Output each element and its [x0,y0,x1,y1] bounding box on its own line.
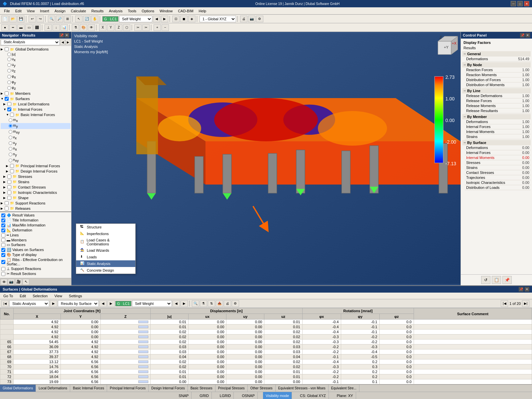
tree-ux-radio[interactable] [7,58,11,61]
tb2-cut-x[interactable]: ✂ [134,24,142,31]
tree-mxy-radio[interactable] [9,130,12,134]
tree-internal-forces-check[interactable] [7,107,11,111]
dd-loads[interactable]: ⬇ Loads [76,254,135,260]
tree-mx[interactable]: mx [1,117,70,123]
menu-tools[interactable]: Tools [125,8,139,14]
status-cs-global[interactable]: CS: Global XYZ [297,392,329,399]
tb-save[interactable]: 💾 [17,16,25,22]
tb-fit[interactable]: ⊞ [64,16,71,22]
bp-tb-next-lc[interactable]: ▶ [181,300,188,307]
tb-select[interactable]: ↖ [75,16,82,22]
tree-releases[interactable]: ▶ 📁 Releases [1,206,70,211]
cp-group-by-line[interactable]: −By Line [462,88,531,93]
tree-internal-forces[interactable]: ▼ 📁 Internal Forces [1,107,70,112]
tree-strains[interactable]: ▶ 📁 Strains [1,179,70,185]
nav-footer-camera[interactable]: 📷 [8,279,15,285]
tree-surfaces[interactable]: ▼ 📁 Surfaces [1,96,70,101]
tree-stresses[interactable]: ▶ 📁 Stresses [1,174,70,179]
dd-static-analysis[interactable]: 📊 Static Analysis [76,260,135,267]
cp-member-internal-forces-row[interactable]: Internal Forces 1.00 [465,124,531,129]
menu-cadbim[interactable]: CAD-BIM [175,8,196,14]
bp-analysis-dropdown[interactable]: Static Analysis [9,300,49,307]
tree-principal-int-check[interactable] [10,164,14,168]
tree-vx[interactable]: vx [1,135,70,140]
tb2-visibility[interactable]: 👁 [88,24,95,31]
tb-next-lc[interactable]: ▶ [161,16,168,22]
tree-nx-radio[interactable] [9,147,12,151]
dd-concrete-design[interactable]: 🔨 Concrete Design [76,267,135,274]
menu-view[interactable]: View [24,8,38,14]
status-snap[interactable]: SNAP [176,392,192,399]
tb2-line[interactable]: ━ [9,24,17,31]
tree-local-def-check[interactable] [7,102,11,106]
tb-zoom-in[interactable]: 🔍 [48,16,55,22]
bp-tb-sort[interactable]: ⇅ [208,300,215,307]
tb-zoom-out[interactable]: 🔎 [56,16,63,22]
tree-my[interactable]: my [1,123,70,129]
tree-support-reactions[interactable]: ▶ 📁 Support Reactions [1,200,70,206]
table-row[interactable]: 4.92 0.00 0.02 0.00 0.00 0.02 -0.4 -0.1 … [0,330,532,334]
nav-bottom-result-sections[interactable]: ✂ Result Sections [1,271,70,276]
status-visibility-mode[interactable]: Visibility mode [263,392,292,399]
cp-surf-deformations-row[interactable]: Deformations 0.00 [465,145,531,150]
menu-window[interactable]: Window [157,8,175,14]
tree-u-abs-radio[interactable] [7,53,11,56]
cp-surf-isotropic-row[interactable]: Isotropic Characteristics 0.00 [465,180,531,185]
cp-surf-stresses-row[interactable]: Stresses 0.00 [465,160,531,165]
tb-redo[interactable]: ↪ [37,16,44,22]
cp-member-strains-row[interactable]: Strains 1.00 [465,134,531,139]
tree-contact-check[interactable] [7,185,11,189]
cp-reaction-moments-row[interactable]: Reaction Moments 1.00 [465,72,531,77]
cp-release-forces-row[interactable]: Release Forces 1.00 [465,98,531,103]
tb-new[interactable]: 📄 [1,16,9,22]
table-row[interactable]: 72 18.04 6.56 0.01 0.00 0.00 0.01 -0.2 0… [0,374,532,379]
tb-print[interactable]: 🖨 [240,16,247,22]
btab-principal-stresses[interactable]: Principal Stresses [215,385,248,392]
tb2-member[interactable]: ▬ [17,24,25,31]
btab-equiv-von-mises[interactable]: Equivalent Stresses - von Mises [276,385,329,392]
btab-other-stresses[interactable]: Other Stresses [248,385,276,392]
tb-undo[interactable]: ↩ [29,16,36,22]
cp-release-moments-row[interactable]: Release Moments 1.00 [465,103,531,108]
tb-pan[interactable]: ✋ [91,16,98,22]
tb-wire[interactable]: ⊡ [172,16,180,22]
tb-solid[interactable]: ◼ [180,16,188,22]
tree-phiz[interactable]: φz [1,85,70,91]
bp-tb-prev-lc[interactable]: ◀ [173,300,180,307]
nav-bottom-surfaces[interactable]: ▭ Surfaces [1,242,70,247]
tree-ux[interactable]: ux [1,57,70,62]
btab-equiv-stre[interactable]: Equivalent Stre... [329,385,359,392]
nav-bottom-maxmin[interactable]: 📊 Max/Min Information [1,223,70,228]
table-row[interactable]: 67 37.73 4.92 0.03 0.00 0.00 0.03 -0.2 -… [0,349,532,354]
nav-bottom-ribs[interactable]: 📋 Ribs - Effective Contribution on Surfa… [1,257,70,266]
table-row[interactable]: 66 36.09 4.92 0.03 0.00 0.00 0.03 -0.2 -… [0,344,532,349]
table-row[interactable]: 4.92 0.00 0.01 0.00 0.00 0.01 -0.4 -0.1 … [0,325,532,330]
tb2-add[interactable]: + [154,24,161,31]
cp-reaction-forces-row[interactable]: Reaction Forces 1.00 [465,67,531,72]
tb2-isometric[interactable]: ⬡ [123,24,130,31]
tree-members-check[interactable] [5,91,9,95]
menu-insert[interactable]: Insert [37,8,52,14]
bp-menu-edit[interactable]: Edit [18,294,28,298]
tree-vx-radio[interactable] [9,136,12,139]
tb2-result[interactable]: 📊 [61,24,68,31]
bp-results-dropdown[interactable]: Results by Surface [58,300,99,307]
tree-uz-radio[interactable] [7,69,11,72]
tree-ny[interactable]: ny [1,152,70,157]
minimize-button[interactable]: ─ [511,1,516,6]
cp-group-general[interactable]: −General [462,51,531,57]
nav-bottom-type-display[interactable]: 🎨 Type of display [1,252,70,257]
tree-vy-radio[interactable] [9,141,12,145]
tree-global-deformations[interactable]: ▶ 📁 Global Deformations [1,47,70,52]
nav-bottom-members[interactable]: ▬ Members [1,238,70,242]
bp-tb-next-result[interactable]: ▶ [107,300,115,307]
cp-group-by-node[interactable]: −By Node [462,62,531,67]
btab-basic-stresses[interactable]: Basic Stresses [188,385,215,392]
tb2-filter[interactable]: ⚗ [72,24,79,31]
load-case-dropdown[interactable]: Self Weight [119,16,152,22]
nav-bottom-title-info[interactable]: 📄 Title Information [1,218,70,223]
cp-surf-distrib-loads-row[interactable]: Distribution of Loads 0.00 [465,185,531,190]
cp-release-resultants-row[interactable]: Release Resultants 1.00 [465,108,531,113]
tb-prev-lc[interactable]: ◀ [153,16,160,22]
tb2-node[interactable]: ● [1,24,9,31]
